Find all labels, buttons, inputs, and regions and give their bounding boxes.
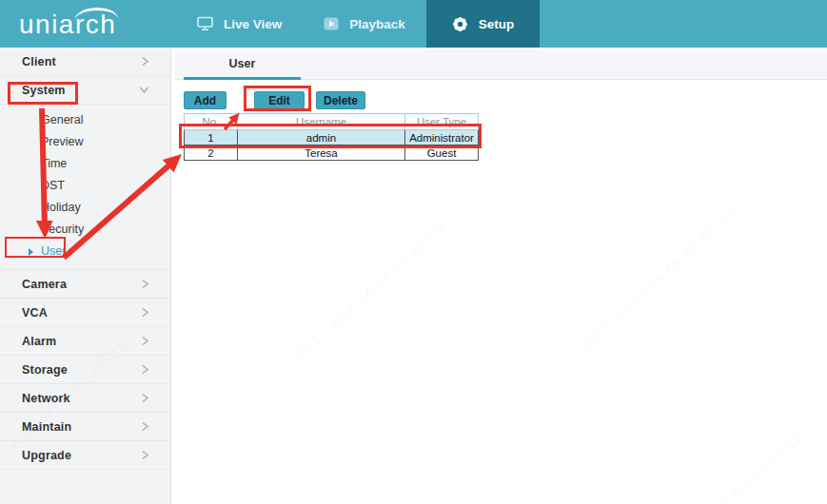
table-header-row: No. Username User Type <box>185 114 479 130</box>
tab-user[interactable]: User <box>184 48 301 79</box>
chevron-right-icon <box>141 336 149 346</box>
sidebar-item-preview[interactable]: Preview <box>0 131 170 153</box>
header-username: Username <box>238 114 405 130</box>
table-row-teresa[interactable]: 2 Teresa Guest <box>185 145 479 161</box>
chevron-right-icon <box>141 279 149 289</box>
chevron-right-icon <box>141 364 149 375</box>
uniarch-logo: uniarch <box>19 6 143 44</box>
play-icon <box>324 17 339 30</box>
sidebar-item-alarm[interactable]: Alarm <box>0 327 170 356</box>
chevron-right-icon <box>141 421 149 432</box>
sidebar-item-client[interactable]: Client <box>0 48 170 76</box>
sidebar-item-network[interactable]: Network <box>0 384 170 413</box>
sidebar-item-upgrade[interactable]: Upgrade <box>0 441 170 470</box>
chevron-right-icon <box>141 393 149 403</box>
active-tab-indicator <box>184 77 301 80</box>
chevron-right-icon <box>141 56 149 67</box>
settings-sidebar: Client System General Preview Time DST H… <box>0 48 171 504</box>
user-table: No. Username User Type 1 admin Administr… <box>184 113 479 161</box>
nav-setup[interactable]: Setup <box>426 0 541 48</box>
active-item-triangle-icon <box>29 248 33 256</box>
main-content: User Add Edit Delete No. Username User T… <box>172 48 827 504</box>
chevron-right-icon <box>141 450 149 460</box>
tab-bar: User <box>175 48 827 80</box>
main-nav: Live View Playback Setup <box>176 0 540 48</box>
sidebar-item-maintain[interactable]: Maintain <box>0 413 170 441</box>
cell-usertype: Guest <box>405 145 479 161</box>
delete-button[interactable]: Delete <box>316 91 365 109</box>
cell-username: admin <box>238 130 405 145</box>
system-submenu: General Preview Time DST Holiday Securit… <box>0 105 170 270</box>
nav-playback-label: Playback <box>349 17 405 31</box>
sidebar-item-general[interactable]: General <box>0 109 170 131</box>
add-button[interactable]: Add <box>184 91 226 109</box>
sidebar-item-storage[interactable]: Storage <box>0 356 170 384</box>
sidebar-item-system[interactable]: System <box>0 76 170 105</box>
chevron-down-icon <box>139 86 149 94</box>
sidebar-item-camera[interactable]: Camera <box>0 270 170 299</box>
chevron-right-icon <box>141 307 149 318</box>
cell-no: 2 <box>185 145 238 161</box>
sidebar-item-dst[interactable]: DST <box>0 175 170 197</box>
cell-no: 1 <box>185 130 238 145</box>
sidebar-item-security[interactable]: Security <box>0 219 170 241</box>
nav-live-view[interactable]: Live View <box>176 0 303 48</box>
sidebar-item-user[interactable]: User <box>0 241 170 262</box>
header-no: No. <box>185 114 238 130</box>
nav-setup-label: Setup <box>479 17 515 31</box>
app-header: uniarch Live View Playback Setup <box>0 0 827 48</box>
nav-live-view-label: Live View <box>224 17 282 31</box>
cell-username: Teresa <box>238 145 405 161</box>
sidebar-item-vca[interactable]: VCA <box>0 299 170 327</box>
sidebar-item-time[interactable]: Time <box>0 153 170 175</box>
header-usertype: User Type <box>405 114 479 130</box>
table-row-admin[interactable]: 1 admin Administrator <box>185 130 479 145</box>
cell-usertype: Administrator <box>405 130 479 145</box>
nav-playback[interactable]: Playback <box>303 0 426 48</box>
edit-button[interactable]: Edit <box>254 91 305 109</box>
gear-icon <box>452 16 468 32</box>
monitor-icon <box>197 16 213 31</box>
sidebar-item-holiday[interactable]: Holiday <box>0 197 170 219</box>
